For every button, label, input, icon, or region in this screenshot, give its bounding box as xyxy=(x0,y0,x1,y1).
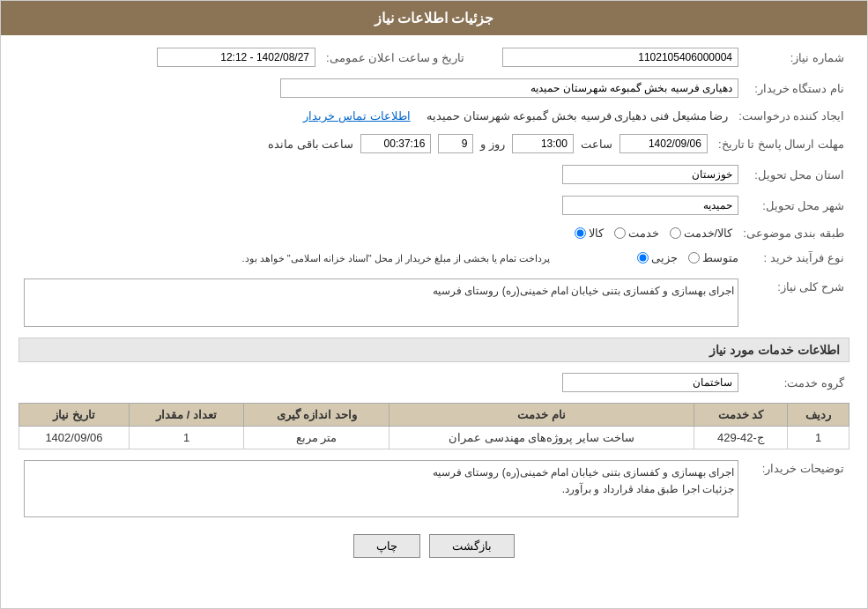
cell-unit: متر مربع xyxy=(244,427,389,449)
remaining-input[interactable] xyxy=(360,134,431,153)
creator-label: ایجاد کننده درخواست: xyxy=(733,106,849,126)
kala-khedmat-label: کالا/خدمت xyxy=(684,227,733,240)
description-value: اجرای بهسازی و کفسازی بتنی خیابان امام خ… xyxy=(433,285,734,297)
cell-qty: 1 xyxy=(129,427,244,449)
date-input[interactable] xyxy=(619,134,708,153)
button-row: بازگشت چاپ xyxy=(19,534,849,558)
buyer-org-label: نام دستگاه خریدار: xyxy=(744,75,849,101)
announce-date-input[interactable] xyxy=(157,48,315,67)
need-number-input[interactable] xyxy=(502,48,738,67)
radio-kala-khedmat[interactable]: کالا/خدمت xyxy=(670,227,733,240)
day-label: روز و xyxy=(480,137,505,151)
creator-value: رضا مشیعل فنی دهیاری فرسیه بخش گمبوعه شه… xyxy=(427,109,728,123)
radio-kala-input[interactable] xyxy=(575,227,586,239)
radio-khedmat[interactable]: خدمت xyxy=(614,227,659,240)
radio-kala[interactable]: کالا xyxy=(575,227,604,240)
purchase-note: پرداخت تمام یا بخشی از مبلغ خریدار از مح… xyxy=(241,253,550,264)
table-row: 1 ج-42-429 ساخت سایر پروژه‌های مهندسی عم… xyxy=(19,427,849,449)
announce-date-label: تاریخ و ساعت اعلان عمومی: xyxy=(321,44,471,71)
time-label: ساعت xyxy=(581,137,612,151)
city-label: شهر محل تحویل: xyxy=(744,192,849,219)
radio-jozi-input[interactable] xyxy=(637,252,649,264)
buyer-notes-label: توضیحات خریدار: xyxy=(744,457,849,521)
col-name: نام خدمت xyxy=(389,404,694,427)
col-row: ردیف xyxy=(788,404,849,427)
back-button[interactable]: بازگشت xyxy=(429,534,515,558)
col-qty: تعداد / مقدار xyxy=(129,404,244,427)
date-label: مهلت ارسال پاسخ تا تاریخ: xyxy=(713,130,849,157)
buyer-notes-value: اجرای بهسازی و کفسازی بتنی خیابان امام خ… xyxy=(433,466,734,495)
radio-jozi[interactable]: جزیی xyxy=(637,251,678,264)
remaining-label: ساعت باقی مانده xyxy=(268,137,353,151)
khedmat-label: خدمت xyxy=(628,227,659,240)
purchase-type-label: نوع فرآیند خرید : xyxy=(744,248,849,268)
services-table: ردیف کد خدمت نام خدمت واحد اندازه گیری ت… xyxy=(19,403,849,449)
day-input[interactable] xyxy=(438,134,473,153)
need-number-label: شماره نیاز: xyxy=(744,44,849,71)
radio-kala-khedmat-input[interactable] xyxy=(670,227,681,239)
col-code: کد خدمت xyxy=(694,404,787,427)
service-group-label: گروه خدمت: xyxy=(744,369,849,396)
kala-label: کالا xyxy=(589,227,604,240)
col-unit: واحد اندازه گیری xyxy=(244,404,389,427)
buyer-org-input[interactable] xyxy=(280,78,738,98)
contact-link[interactable]: اطلاعات تماس خریدار xyxy=(303,109,410,123)
province-label: استان محل تحویل: xyxy=(744,161,849,188)
time-input[interactable] xyxy=(512,134,574,153)
service-group-input[interactable] xyxy=(562,373,738,392)
cell-date: 1402/09/06 xyxy=(19,427,130,449)
col-date: تاریخ نیاز xyxy=(19,404,130,427)
category-label: طبقه بندی موضوعی: xyxy=(738,223,849,243)
city-input[interactable] xyxy=(562,196,738,215)
cell-code: ج-42-429 xyxy=(694,427,787,449)
province-input[interactable] xyxy=(562,165,738,184)
radio-motavasset-input[interactable] xyxy=(688,252,700,264)
description-label: شرح کلی نیاز: xyxy=(744,275,849,330)
cell-row: 1 xyxy=(788,427,849,449)
description-textarea: اجرای بهسازی و کفسازی بتنی خیابان امام خ… xyxy=(24,279,738,327)
radio-mota-vasset[interactable]: متوسط xyxy=(688,251,738,264)
radio-khedmat-input[interactable] xyxy=(614,227,626,239)
jozi-label: جزیی xyxy=(651,251,678,264)
motavasset-label: متوسط xyxy=(702,251,738,264)
print-button[interactable]: چاپ xyxy=(353,534,420,558)
page-title: جزئیات اطلاعات نیاز xyxy=(1,1,867,35)
services-section-title: اطلاعات خدمات مورد نیاز xyxy=(19,338,849,362)
buyer-notes-textarea: اجرای بهسازی و کفسازی بتنی خیابان امام خ… xyxy=(24,460,738,517)
cell-name: ساخت سایر پروژه‌های مهندسی عمران xyxy=(389,427,694,449)
